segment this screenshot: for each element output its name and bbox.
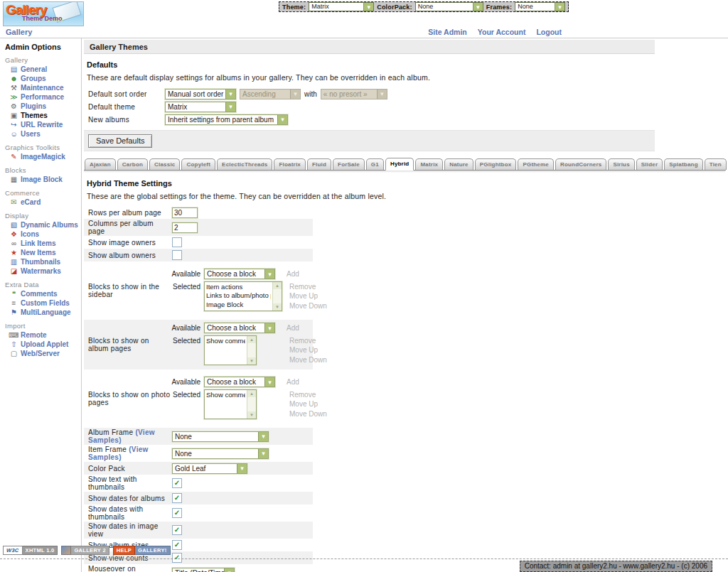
help-gallery-badge[interactable]: HELP GALLERY! — [113, 546, 171, 555]
show-album-owners-checkbox[interactable] — [172, 250, 182, 260]
add-action[interactable]: Add — [287, 270, 299, 278]
move-down-action[interactable]: Move Down — [289, 409, 327, 419]
photo-blocks-available-select[interactable]: Choose a block — [204, 377, 275, 387]
scroll-down-icon[interactable] — [273, 303, 282, 311]
sidebar-blocks-available-select[interactable]: Choose a block — [204, 269, 275, 279]
sidebar-item-maintenance[interactable]: ⚒ Maintenance — [9, 84, 81, 92]
add-action[interactable]: Add — [287, 324, 299, 332]
sidebar-item-themes[interactable]: ▣ Themes — [9, 112, 81, 119]
sidebar-item-ecard[interactable]: ✉ eCard — [9, 198, 81, 206]
sidebar-item-performance[interactable]: ≫ Performance — [9, 93, 81, 101]
sidebar-item-groups[interactable]: ☻ Groups — [9, 75, 81, 82]
sidebar-item-remote[interactable]: ⌨ Remote — [9, 331, 81, 339]
w3c-xhtml-badge[interactable]: W3C XHTML 1.0 — [3, 546, 58, 555]
sidebar-item-thumbnails[interactable]: ▥ Thumbnails — [9, 258, 81, 266]
show-dates-albums-checkbox[interactable] — [172, 493, 182, 503]
tab-splatbang[interactable]: Splatbang — [664, 158, 702, 170]
album-blocks-available-select[interactable]: Choose a block — [204, 323, 275, 333]
listbox-item[interactable]: Item actions — [206, 283, 271, 291]
save-defaults-button[interactable]: Save Defaults — [88, 134, 152, 148]
tab-nature[interactable]: Nature — [444, 158, 473, 170]
show-dates-image-view-checkbox[interactable] — [172, 525, 182, 535]
sidebar-item-upload-applet[interactable]: ⇧ Upload Applet — [9, 340, 81, 348]
scroll-down-icon[interactable] — [247, 411, 256, 419]
colorpack-select[interactable]: None — [415, 2, 483, 11]
sidebar-item-new-items[interactable]: ★ New Items — [9, 249, 81, 257]
sidebar-item-dynamic-albums[interactable]: ▧ Dynamic Albums — [9, 221, 81, 229]
listbox-item[interactable]: Show comments — [206, 337, 245, 345]
frames-select[interactable]: None — [515, 2, 565, 11]
tab-forsale[interactable]: ForSale — [333, 158, 365, 170]
move-down-action[interactable]: Move Down — [289, 301, 327, 311]
remove-action[interactable]: Remove — [289, 390, 327, 400]
tab-g1[interactable]: G1 — [366, 158, 384, 170]
tab-matrix[interactable]: Matrix — [415, 158, 443, 170]
default-sort-order-select[interactable]: Manual sort order — [165, 89, 236, 99]
move-down-action[interactable]: Move Down — [289, 355, 327, 365]
sidebar-item-web-server[interactable]: ▢ Web/Server — [9, 350, 81, 357]
columns-per-page-input[interactable] — [172, 222, 198, 233]
remove-action[interactable]: Remove — [289, 336, 327, 346]
sidebar-item-watermarks[interactable]: ◪ Watermarks — [9, 267, 81, 275]
sidebar-item-imagemagick[interactable]: ✎ ImageMagick — [9, 153, 81, 161]
scrollbar[interactable] — [247, 336, 256, 365]
move-up-action[interactable]: Move Up — [289, 291, 327, 301]
sidebar-item-comments[interactable]: ❝ Comments — [9, 290, 81, 298]
sidebar-item-multilanguage[interactable]: ⚑ MultiLanguage — [9, 308, 81, 316]
tab-classic[interactable]: Classic — [149, 158, 180, 170]
scroll-up-icon[interactable] — [247, 336, 256, 343]
tab-floatrix[interactable]: Floatrix — [274, 158, 306, 170]
show-image-owners-checkbox[interactable] — [172, 237, 182, 247]
tab-sirius[interactable]: Sirius — [608, 158, 634, 170]
scrollbar[interactable] — [272, 282, 282, 311]
sidebar-item-plugins[interactable]: ⚙ Plugins — [9, 102, 81, 110]
move-up-action[interactable]: Move Up — [289, 399, 327, 409]
your-account-link[interactable]: Your Account — [478, 28, 526, 36]
theme-select[interactable]: Matrix — [309, 2, 374, 11]
item-frame-select[interactable]: None — [172, 448, 269, 459]
scroll-down-icon[interactable] — [247, 357, 256, 365]
tab-ajaxian[interactable]: Ajaxian — [85, 158, 116, 170]
sidebar-item-url-rewrite[interactable]: ↪ URL Rewrite — [9, 121, 81, 129]
move-up-action[interactable]: Move Up — [289, 345, 327, 355]
listbox-item[interactable]: Image Block — [206, 301, 271, 309]
tab-eclecticthreads[interactable]: EclecticThreads — [217, 158, 272, 170]
sidebar-item-icons[interactable]: ❖ Icons — [9, 230, 81, 238]
sidebar-item-users[interactable]: ☺ Users — [9, 130, 81, 138]
listbox-item[interactable]: Show comments — [206, 391, 245, 399]
tab-pglightbox[interactable]: PGlightbox — [475, 158, 517, 170]
photo-blocks-selected-listbox[interactable]: Show comments — [204, 389, 257, 419]
new-albums-select[interactable]: Inherit settings from parent album — [165, 114, 288, 125]
album-frame-select[interactable]: None — [172, 431, 269, 442]
listbox-item[interactable]: Links to album/photo peers — [206, 291, 271, 300]
album-blocks-selected-listbox[interactable]: Show comments — [204, 335, 257, 365]
tab-roundcorners[interactable]: RoundCorners — [555, 158, 606, 170]
gallery2-badge[interactable]: GALLERY 2 — [61, 546, 109, 555]
default-theme-select[interactable]: Matrix — [165, 102, 236, 112]
tab-fluid[interactable]: Fluid — [307, 158, 331, 170]
rows-per-page-input[interactable] — [172, 207, 198, 218]
gallery-logo[interactable]: Gallery Theme Demo — [3, 1, 84, 26]
logout-link[interactable]: Logout — [536, 28, 562, 36]
sidebar-item-general[interactable]: ▤ General — [9, 65, 81, 73]
sidebar-item-custom-fields[interactable]: ≡ Custom Fields — [9, 299, 81, 307]
tab-copyleft[interactable]: Copyleft — [181, 158, 215, 170]
tab-slider[interactable]: Slider — [636, 158, 663, 170]
sidebar-item-link-items[interactable]: ∞ Link Items — [9, 239, 81, 247]
show-text-thumbnails-checkbox[interactable] — [172, 478, 182, 488]
color-pack-select[interactable]: Gold Leaf — [172, 463, 247, 474]
tab-hybrid[interactable]: Hybrid — [385, 158, 414, 171]
tab-carbon[interactable]: Carbon — [117, 158, 148, 170]
breadcrumb[interactable]: Gallery — [6, 28, 32, 36]
sidebar-blocks-selected-listbox[interactable]: Item actions Links to album/photo peers … — [204, 281, 282, 311]
tab-tien[interactable]: Tien — [705, 158, 727, 170]
site-admin-link[interactable]: Site Admin — [428, 28, 466, 36]
scroll-up-icon[interactable] — [247, 390, 256, 397]
scrollbar[interactable] — [247, 390, 256, 419]
scroll-up-icon[interactable] — [273, 282, 282, 289]
sidebar-item-image-block[interactable]: ▦ Image Block — [9, 176, 81, 183]
show-dates-thumbnails-checkbox[interactable] — [172, 508, 182, 518]
remove-action[interactable]: Remove — [289, 282, 327, 292]
tab-pgtheme[interactable]: PGtheme — [518, 158, 554, 170]
add-action[interactable]: Add — [287, 378, 299, 386]
